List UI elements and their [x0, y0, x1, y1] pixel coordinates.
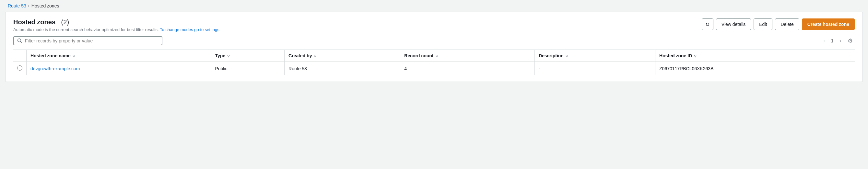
actions-row: ↻ View details Edit Delete Create hosted…	[702, 19, 855, 30]
hosted-zone-name-link[interactable]: devgrowth-example.com	[30, 66, 80, 71]
row-select-cell	[13, 62, 27, 75]
row-type-cell: Public	[211, 62, 285, 75]
settings-link[interactable]: To change modes go to settings.	[160, 27, 220, 32]
breadcrumb-current: Hosted zones	[31, 3, 59, 8]
title-count: (2)	[61, 19, 69, 26]
pagination-current-page: 1	[830, 38, 835, 43]
title-section: Hosted zones (2) Automatic mode is the c…	[13, 19, 220, 32]
delete-button[interactable]: Delete	[775, 19, 799, 30]
row-record-count-cell: 4	[400, 62, 535, 75]
search-icon	[17, 38, 22, 43]
column-header-record-count: Record count ▽	[400, 50, 535, 62]
row-hosted-zone-id-cell: Z0670117RBCL06XK263B	[655, 62, 855, 75]
sort-icon-description: ▽	[566, 54, 568, 58]
column-header-description: Description ▽	[534, 50, 655, 62]
chevron-right-icon: ›	[839, 38, 841, 43]
pagination-controls: ‹ 1 › ⚙	[821, 36, 855, 46]
page-subtitle: Automatic mode is the current search beh…	[13, 27, 220, 32]
view-details-button[interactable]: View details	[716, 19, 751, 30]
create-hosted-zone-button[interactable]: Create hosted zone	[802, 19, 855, 30]
column-header-select	[13, 50, 27, 62]
edit-button[interactable]: Edit	[753, 19, 772, 30]
sort-icon-record-count: ▽	[436, 54, 438, 58]
column-header-type: Type ▽	[211, 50, 285, 62]
header-row: Hosted zones (2) Automatic mode is the c…	[13, 19, 855, 32]
breadcrumb: Route 53 › Hosted zones	[0, 0, 868, 12]
table-row: devgrowth-example.com Public Route 53 4 …	[13, 62, 855, 75]
gear-icon: ⚙	[847, 38, 853, 44]
pagination-prev-button[interactable]: ‹	[821, 37, 827, 45]
sort-icon-hosted-zone-id: ▽	[694, 54, 696, 58]
refresh-icon: ↻	[705, 21, 710, 28]
column-header-name: Hosted zone name ▽	[27, 50, 211, 62]
sort-icon-created-by: ▽	[314, 54, 316, 58]
chevron-left-icon: ‹	[823, 38, 825, 43]
row-select-radio[interactable]	[17, 65, 22, 71]
table-header-row: Hosted zone name ▽ Type ▽ Created by ▽	[13, 50, 855, 62]
sort-icon-name: ▽	[72, 54, 75, 58]
column-header-hosted-zone-id: Hosted zone ID ▽	[655, 50, 855, 62]
row-created-by-cell: Route 53	[285, 62, 400, 75]
column-header-created-by: Created by ▽	[285, 50, 400, 62]
search-wrapper	[13, 36, 162, 45]
search-row: ‹ 1 › ⚙	[13, 36, 855, 46]
svg-line-1	[21, 42, 22, 43]
search-input[interactable]	[25, 38, 158, 43]
pagination-next-button[interactable]: ›	[838, 37, 843, 45]
sort-icon-type: ▽	[227, 54, 230, 58]
row-name-cell: devgrowth-example.com	[27, 62, 211, 75]
hosted-zones-table: Hosted zone name ▽ Type ▽ Created by ▽	[13, 49, 855, 75]
breadcrumb-separator: ›	[28, 4, 30, 8]
main-panel: Hosted zones (2) Automatic mode is the c…	[5, 12, 863, 82]
breadcrumb-parent-link[interactable]: Route 53	[8, 3, 26, 8]
page-title: Hosted zones (2)	[13, 19, 220, 26]
refresh-button[interactable]: ↻	[702, 19, 713, 30]
table-settings-button[interactable]: ⚙	[846, 36, 855, 46]
row-description-cell: -	[534, 62, 655, 75]
